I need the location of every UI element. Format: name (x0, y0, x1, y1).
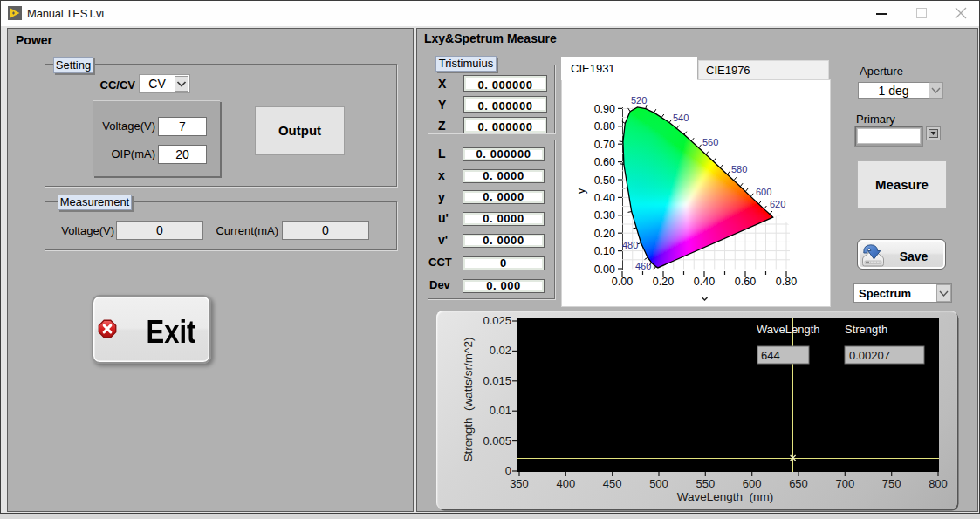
svg-text:0.80: 0.80 (594, 120, 615, 133)
svg-text:550: 550 (696, 477, 715, 490)
svg-text:450: 450 (603, 477, 622, 490)
svg-text:500: 500 (649, 477, 668, 490)
svg-text:0.50: 0.50 (594, 174, 615, 187)
svg-text:400: 400 (556, 477, 575, 490)
svg-text:0.015: 0.015 (483, 374, 511, 387)
svg-text:600: 600 (756, 187, 771, 197)
svg-text:0.30: 0.30 (594, 209, 615, 222)
svg-text:0.10: 0.10 (594, 245, 615, 257)
svg-text:0.01: 0.01 (490, 404, 511, 417)
svg-text:0.90: 0.90 (594, 103, 615, 115)
svg-text:0.00207: 0.00207 (849, 349, 890, 362)
svg-text:0.70: 0.70 (594, 139, 615, 151)
svg-text:Strength: Strength (845, 323, 887, 336)
svg-text:0.80: 0.80 (776, 276, 797, 288)
svg-text:750: 750 (882, 477, 901, 490)
svg-text:0: 0 (505, 464, 511, 477)
svg-text:644: 644 (761, 349, 780, 362)
svg-text:540: 540 (673, 113, 689, 123)
svg-text:700: 700 (835, 477, 854, 490)
svg-text:0.005: 0.005 (483, 434, 511, 447)
svg-text:480: 480 (622, 240, 638, 250)
svg-text:0.40: 0.40 (594, 192, 615, 204)
svg-text:600: 600 (743, 477, 762, 490)
svg-text:WaveLength (nm): WaveLength (nm) (677, 490, 774, 503)
svg-text:0.025: 0.025 (483, 314, 511, 327)
svg-text:Strength (watts/sr/m^2): Strength (watts/sr/m^2) (462, 338, 475, 462)
svg-text:800: 800 (929, 477, 948, 490)
svg-text:0.60: 0.60 (594, 156, 615, 168)
svg-text:y: y (574, 188, 587, 194)
svg-text:0.20: 0.20 (653, 276, 674, 288)
svg-text:0.00: 0.00 (594, 263, 615, 276)
svg-text:580: 580 (731, 164, 747, 174)
svg-text:350: 350 (510, 477, 529, 490)
svg-text:0.00: 0.00 (612, 276, 633, 288)
svg-text:0.40: 0.40 (694, 276, 715, 288)
svg-text:WaveLength: WaveLength (757, 323, 820, 336)
svg-text:0.60: 0.60 (735, 276, 756, 288)
svg-text:650: 650 (789, 477, 808, 490)
svg-text:460: 460 (635, 261, 651, 271)
svg-text:0.02: 0.02 (490, 344, 511, 357)
svg-text:0.20: 0.20 (594, 228, 615, 240)
svg-text:560: 560 (702, 137, 718, 147)
svg-text:520: 520 (631, 95, 647, 106)
svg-text:620: 620 (770, 199, 785, 209)
